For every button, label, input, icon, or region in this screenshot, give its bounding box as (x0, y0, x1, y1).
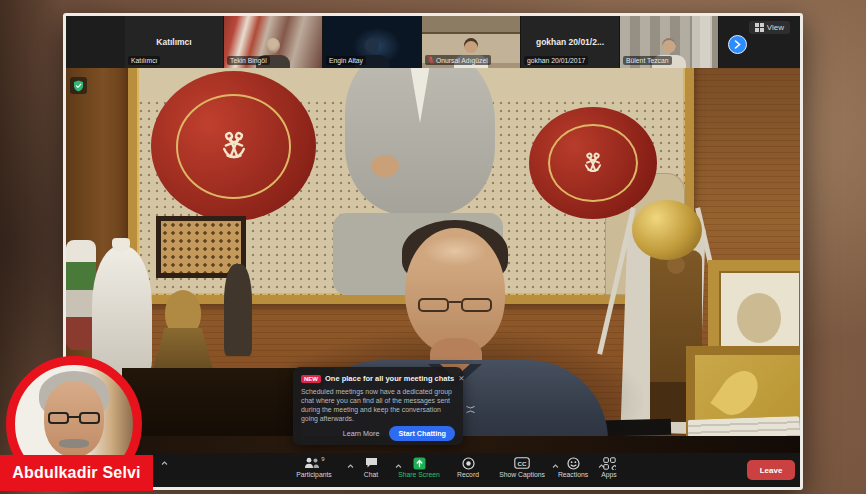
participant-name-badge: Katılımcı (128, 56, 160, 65)
participants-button[interactable]: 9 Participants (282, 456, 346, 478)
participant-label: Katılımcı (131, 57, 157, 64)
speaker-face (405, 228, 505, 354)
apps-button[interactable]: Apps (587, 456, 631, 478)
red-anchor-pillow-right (529, 107, 657, 219)
participant-tile-5[interactable]: gokhan 20/01/2... gokhan 20/01/2017 (521, 16, 620, 68)
participant-name-badge: Bülent Tezcan (623, 56, 672, 65)
chat-notification-popup: NEW One place for all your meeting chats… (293, 367, 463, 445)
participant-name-badge: Tekin Bingöl (227, 56, 270, 65)
shirt-logo (466, 400, 475, 409)
columnist-glasses (48, 412, 100, 427)
main-speaker-video: NEW One place for all your meeting chats… (66, 68, 800, 453)
silhouette-head (266, 38, 280, 53)
apps-label: Apps (587, 471, 631, 478)
silhouette-head (365, 38, 379, 53)
participant-label: Tekin Bingöl (230, 57, 267, 64)
glasses-bridge (449, 301, 461, 303)
zoom-meeting-window: Katılımcı Katılımcı Tekin Bingöl (63, 13, 803, 490)
anchor-emblem-icon (529, 107, 657, 219)
participant-name-badge: gokhan 20/01/2017 (524, 56, 588, 65)
silhouette-head (662, 38, 676, 53)
glasses-bridge (69, 416, 79, 418)
glasses-lens (418, 298, 449, 312)
participant-label: gokhan 20/01/2017 (527, 57, 585, 64)
learn-more-link[interactable]: Learn More (343, 429, 380, 438)
leave-button[interactable]: Leave (747, 460, 795, 480)
participants-count: 9 (321, 456, 324, 462)
encryption-shield-icon[interactable] (70, 77, 87, 94)
dark-statuette (224, 264, 252, 356)
background-shelf (422, 32, 521, 34)
participant-tile-2[interactable]: Tekin Bingöl (224, 16, 323, 68)
meeting-toolbar: 9 Participants Chat (66, 453, 800, 487)
apps-grid-icon (587, 456, 631, 470)
view-button-label: View (767, 23, 784, 32)
participant-name-badge: Engin Altay (326, 56, 366, 65)
participants-label: Participants (282, 471, 346, 478)
golden-ball-trophy (632, 200, 702, 260)
participant-tile-1[interactable]: Katılımcı Katılımcı (125, 16, 224, 68)
participant-label: Bülent Tezcan (626, 57, 669, 64)
svg-text:CC: CC (518, 460, 527, 467)
glasses-lens (48, 412, 69, 424)
view-button[interactable]: View (749, 21, 790, 34)
participant-label: Engin Altay (329, 57, 363, 64)
participants-icon: 9 (282, 456, 346, 470)
muted-mic-icon (428, 56, 434, 64)
columnist-mustache (59, 439, 89, 448)
participant-label: Onursal Adıgüzel (436, 57, 488, 64)
columnist-name-banner: Abdulkadir Selvi (0, 455, 153, 491)
participant-tile-4[interactable]: Onursal Adıgüzel (422, 16, 521, 68)
popup-title: One place for all your meeting chats (325, 374, 454, 383)
chevron-up-icon[interactable] (161, 461, 168, 466)
silhouette-head (464, 38, 478, 53)
chevron-right-icon (734, 40, 741, 49)
glasses-lens (461, 298, 492, 312)
participant-tile-6[interactable]: Bülent Tezcan (620, 16, 719, 68)
speaker-glasses (416, 298, 494, 314)
gallery-view-icon (755, 23, 764, 32)
anchor-emblem-icon (151, 71, 316, 221)
glasses-lens (79, 412, 100, 424)
painting-man-hand (371, 155, 399, 177)
popup-header: NEW One place for all your meeting chats… (301, 374, 455, 383)
red-anchor-pillow-left (151, 71, 316, 221)
participant-name-badge: Onursal Adıgüzel (425, 55, 491, 65)
popup-body-text: Scheduled meetings now have a dedicated … (301, 387, 455, 423)
participant-tile-3[interactable]: Engin Altay (323, 16, 422, 68)
next-page-arrow-button[interactable] (728, 35, 747, 54)
participants-strip: Katılımcı Katılımcı Tekin Bingöl (66, 16, 800, 68)
screenshot-canvas: Katılımcı Katılımcı Tekin Bingöl (0, 0, 866, 494)
background-window-light (692, 16, 712, 68)
popup-actions: Learn More Start Chatting (301, 426, 455, 441)
white-dervish-statue (92, 246, 152, 376)
start-chatting-button[interactable]: Start Chatting (389, 426, 455, 441)
close-icon[interactable]: ✕ (458, 375, 464, 383)
participant-tiles: Katılımcı Katılımcı Tekin Bingöl (125, 16, 719, 68)
new-badge: NEW (301, 375, 321, 383)
